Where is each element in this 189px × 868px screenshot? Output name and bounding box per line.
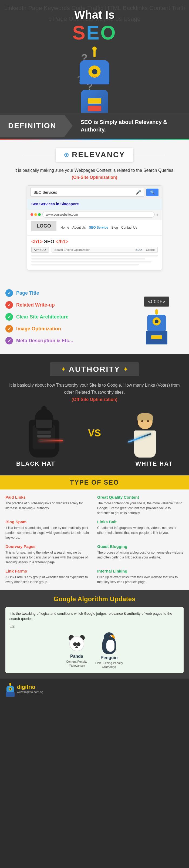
nav-contact[interactable]: Contact Us bbox=[121, 226, 137, 229]
penguin-example: Penguin Link Building Penalty (Authority… bbox=[95, 632, 123, 670]
robot-antenna bbox=[93, 49, 96, 57]
check-label-meta: Meta Description & Etc... bbox=[16, 338, 73, 344]
robot-head: 〜 bbox=[80, 60, 109, 85]
vs-label: VS bbox=[83, 428, 106, 439]
seo-letter-o: O bbox=[101, 22, 117, 43]
star-icon: ✦ bbox=[61, 366, 66, 373]
alt-tag-box: Alt='SEO' bbox=[31, 247, 49, 253]
relevancy-title-box: ⊕ RELEVANCY bbox=[55, 148, 134, 162]
robot-body bbox=[81, 90, 108, 113]
penguin-icon bbox=[101, 632, 117, 654]
black-hat-label: BLACK HAT bbox=[16, 460, 55, 467]
links-bait-desc: Creation of Infographics, whitepaper, vi… bbox=[97, 525, 184, 535]
internal-linking-desc: Build up relevant links from their own w… bbox=[97, 575, 184, 584]
hero-title: What Is SEO bbox=[5, 8, 184, 42]
content-line-4 bbox=[31, 264, 139, 266]
check-label-page-title: Page Title bbox=[16, 290, 39, 296]
authority-description: It is basically about how Trustworthy yo… bbox=[5, 382, 184, 396]
check-item-2: Related Write-up bbox=[5, 301, 124, 309]
check-item-1: Page Title bbox=[5, 289, 124, 297]
algo-description: It is the tweaking of logics and conditi… bbox=[9, 611, 180, 621]
darth-vader-figure bbox=[25, 409, 63, 458]
definition-text: SEO is Simply about Relevancy & Authorit… bbox=[81, 118, 181, 133]
nav-home[interactable]: Home bbox=[61, 226, 69, 229]
penguin-body bbox=[102, 637, 116, 654]
algo-eg-label: Eg: bbox=[9, 624, 180, 628]
seo-types-section: Paid Links The practice of purchasing li… bbox=[0, 490, 189, 590]
penguin-subtitle: Link Building Penalty bbox=[95, 661, 123, 665]
search-input-mock: SEO Services 🎤 bbox=[31, 188, 144, 197]
nav-seo-service[interactable]: SEO Service bbox=[89, 226, 108, 229]
white-hat-label: WHITE HAT bbox=[135, 460, 173, 467]
checklist-section: Page Title Related Write-up Clear Site A… bbox=[0, 284, 189, 354]
link-farms-desc: A Link Farm is any group of websites tha… bbox=[5, 575, 92, 584]
definition-label-box: DEFINITION bbox=[0, 115, 65, 137]
check-item-5: Meta Description & Etc... bbox=[5, 337, 124, 344]
panda-eye-left bbox=[73, 642, 77, 646]
logo-box: LOGO bbox=[31, 221, 56, 231]
alt-tag-row: Alt='SEO' Seach Engine Optimization SEO … bbox=[31, 247, 158, 253]
search-button[interactable]: 🔍 bbox=[146, 189, 158, 196]
blog-spam-title: Blog Spam bbox=[5, 520, 92, 524]
search-engine-text: Seach Engine Optimization bbox=[54, 248, 90, 251]
search-engine-bar: Seach Engine Optimization SEO — Google bbox=[51, 247, 158, 253]
seo-indicator: SEO bbox=[136, 248, 142, 251]
vs-container: VS bbox=[5, 409, 184, 458]
check-icon-2 bbox=[5, 301, 13, 309]
maximize-dot bbox=[38, 213, 41, 216]
footer-robot-icon bbox=[5, 683, 15, 695]
off-site-label: (Off-Site Optimization) bbox=[5, 397, 184, 402]
panda-subtitle: Content Penalty bbox=[66, 660, 87, 664]
content-line-1 bbox=[31, 255, 158, 256]
seo-type-internal-linking: Internal Linking Build up relevant links… bbox=[97, 569, 184, 584]
footer-url: www.digitrio.com.sg bbox=[17, 690, 43, 693]
close-dot bbox=[31, 213, 33, 216]
relevancy-description: It is basically making sure your Webpage… bbox=[5, 167, 184, 174]
robot-mustache: 〜 bbox=[92, 73, 97, 80]
authority-section: ✦ AUTHORITY ✦ It is basically about how … bbox=[0, 354, 189, 475]
hero-what-is: What Is bbox=[5, 8, 184, 22]
window-controls bbox=[31, 213, 41, 216]
check-label-clear: Clear Site Architecture bbox=[16, 314, 68, 320]
luke-figure bbox=[127, 409, 162, 458]
check-icon-3 bbox=[5, 313, 13, 321]
content-line-2 bbox=[31, 258, 145, 259]
check-icon-4 bbox=[5, 325, 13, 333]
check-label-image: Image Optimization bbox=[16, 326, 61, 332]
panda-eye-right bbox=[77, 642, 80, 646]
add-tab-icon[interactable]: + bbox=[156, 212, 158, 217]
seo-type-link-farms: Link Farms A Link Farm is any group of w… bbox=[5, 569, 92, 584]
code-robot bbox=[143, 309, 170, 342]
browser-content: <h1> SEO </h1> Alt='SEO' Seach Engine Op… bbox=[27, 236, 162, 270]
links-bait-title: Links Bait bbox=[97, 520, 184, 524]
h1-seo-text: SEO bbox=[44, 239, 55, 244]
great-content-desc: The more content-rich your site is, the … bbox=[97, 501, 184, 516]
footer-logo-text: digitrio www.digitrio.com.sg bbox=[17, 684, 43, 693]
check-item-3: Clear Site Architecture bbox=[5, 313, 124, 321]
seo-letter-e: E bbox=[86, 22, 101, 43]
algo-section: Google Algorithm Updates It is the tweak… bbox=[0, 590, 189, 679]
h1-close: </h1> bbox=[55, 239, 68, 244]
white-hat-side bbox=[106, 409, 184, 458]
relevancy-header: ⊕ RELEVANCY bbox=[5, 148, 184, 162]
algo-content: It is the tweaking of logics and conditi… bbox=[5, 607, 184, 674]
panda-icon bbox=[67, 634, 86, 653]
url-bar[interactable]: www.yourwebsite.com bbox=[42, 212, 155, 218]
h1-tag-display: <h1> SEO </h1> bbox=[31, 239, 158, 245]
nav-about[interactable]: About Us bbox=[72, 226, 86, 229]
penguin-belly bbox=[106, 640, 114, 652]
result-link[interactable]: Seo Services in Singapore bbox=[31, 202, 158, 206]
footer-logo-group: digitrio www.digitrio.com.sg bbox=[5, 683, 43, 695]
code-robot-container: <CODE> bbox=[129, 297, 184, 342]
hero-seo-text: SEO bbox=[5, 23, 184, 42]
doorway-desc: This is for spamming the index of a sear… bbox=[5, 550, 92, 565]
great-content-title: Great Quality Content bbox=[97, 495, 184, 499]
guest-blogging-desc: The process of writing a blog post for s… bbox=[97, 550, 184, 560]
footer: digitrio www.digitrio.com.sg bbox=[0, 679, 189, 699]
definition-label: DEFINITION bbox=[8, 122, 56, 130]
nav-blog[interactable]: Blog bbox=[112, 226, 118, 229]
seo-checklist: Page Title Related Write-up Clear Site A… bbox=[5, 289, 124, 349]
on-site-label: (On-Site Optimization) bbox=[5, 175, 184, 180]
doorway-title: Doorway Pages bbox=[5, 544, 92, 549]
content-line-3 bbox=[31, 261, 151, 262]
